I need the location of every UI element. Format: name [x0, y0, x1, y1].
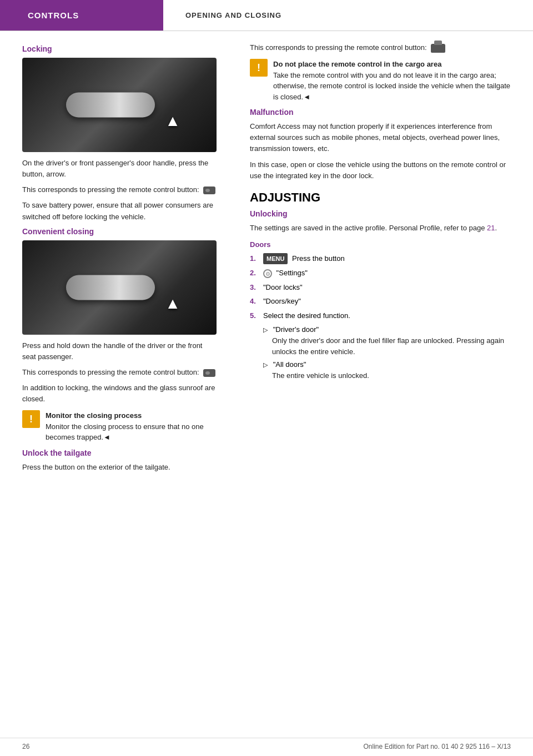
step-3: 3. "Door locks": [250, 282, 516, 293]
locking-para2: This corresponds to pressing the remote …: [22, 184, 217, 195]
step-num-3: 3.: [250, 282, 261, 293]
car-icon: [431, 44, 445, 53]
warning-icon-2: !: [250, 59, 268, 77]
sub-item-all-doors: ▷ "All doors" The entire vehicle is unlo…: [263, 360, 516, 381]
sub-item-drivers-door: ▷ "Driver's door" Only the driver's door…: [263, 325, 516, 357]
step-5: 5. Select the desired function.: [250, 310, 516, 321]
warning-text-1: Monitor the closing process Monitor the …: [46, 410, 217, 443]
warning-icon-1: !: [22, 410, 40, 428]
conv-closing-warning: ! Monitor the closing process Monitor th…: [22, 410, 217, 443]
locking-door-image: [22, 58, 217, 152]
adjusting-heading: ADJUSTING: [250, 190, 516, 205]
main-content: Locking On the driver's or front passeng…: [0, 31, 533, 488]
malfunction-para2: In this case, open or close the vehicle …: [250, 159, 516, 182]
steps-list: 1. MENU Press the button 2. ⚙ "Settings"…: [250, 253, 516, 321]
arrow-icon-2: ▷: [263, 361, 268, 368]
cargo-warning: ! Do not place the remote control in the…: [250, 59, 516, 102]
locking-para3: To save battery power, ensure that all p…: [22, 200, 217, 222]
section-label: OPENING AND CLOSING: [163, 0, 533, 31]
malfunction-para1: Comfort Access may not function properly…: [250, 121, 516, 154]
step-5-text: Select the desired function.: [263, 310, 350, 321]
step-2-text: ⚙ "Settings": [263, 268, 308, 279]
convenient-closing-door-image: [22, 240, 217, 335]
malfunction-heading: Malfunction: [250, 108, 516, 117]
page-footer: 26 Online Edition for Part no. 01 40 2 9…: [0, 738, 533, 750]
page-link[interactable]: 21: [487, 224, 495, 232]
doors-heading: Doors: [250, 240, 516, 249]
conv-closing-para2: This corresponds to pressing the remote …: [22, 367, 217, 378]
menu-button: MENU Press the button: [263, 253, 345, 265]
unlock-tailgate-para1: Press the button on the exterior of the …: [22, 462, 217, 473]
controls-label: CONTROLS: [28, 11, 79, 20]
page-number: 26: [22, 743, 29, 750]
conv-closing-para1: Press and hold down the handle of the dr…: [22, 340, 217, 362]
remote-icon-2: [203, 369, 215, 377]
right-locking-para1: This corresponds to pressing the remote …: [250, 42, 516, 53]
gear-icon: ⚙: [263, 269, 272, 278]
locking-heading: Locking: [22, 44, 217, 53]
step-num-1: 1.: [250, 253, 261, 264]
step-3-text: "Door locks": [263, 282, 303, 293]
left-column: Locking On the driver's or front passeng…: [0, 42, 233, 477]
sub-item-label-1: ▷ "Driver's door": [263, 325, 516, 334]
step-4: 4. "Doors/key": [250, 296, 516, 307]
remote-icon-1: [203, 187, 215, 194]
sub-item-label-2: ▷ "All doors": [263, 360, 516, 369]
convenient-closing-heading: Convenient closing: [22, 227, 217, 236]
unlock-tailgate-heading: Unlock the tailgate: [22, 448, 217, 457]
unlocking-para1: The settings are saved in the active pro…: [250, 223, 516, 234]
step-2: 2. ⚙ "Settings": [250, 268, 516, 279]
unlocking-heading: Unlocking: [250, 209, 516, 218]
controls-tab: CONTROLS: [0, 0, 163, 31]
step-num-5: 5.: [250, 310, 261, 321]
warning-text-2: Do not place the remote control in the c…: [273, 59, 516, 102]
step-4-text: "Doors/key": [263, 296, 301, 307]
conv-closing-para3: In addition to locking, the windows and …: [22, 382, 217, 405]
page-header: CONTROLS OPENING AND CLOSING: [0, 0, 533, 31]
right-column: This corresponds to pressing the remote …: [233, 42, 533, 477]
locking-para1: On the driver's or front passenger's doo…: [22, 158, 217, 180]
online-edition: Online Edition for Part no. 01 40 2 925 …: [363, 743, 511, 750]
step-num-4: 4.: [250, 296, 261, 307]
sub-item-text-1: Only the driver's door and the fuel fill…: [272, 335, 516, 357]
arrow-icon-1: ▷: [263, 326, 268, 333]
sub-item-text-2: The entire vehicle is unlocked.: [272, 370, 516, 381]
step-num-2: 2.: [250, 268, 261, 279]
step-1: 1. MENU Press the button: [250, 253, 516, 265]
